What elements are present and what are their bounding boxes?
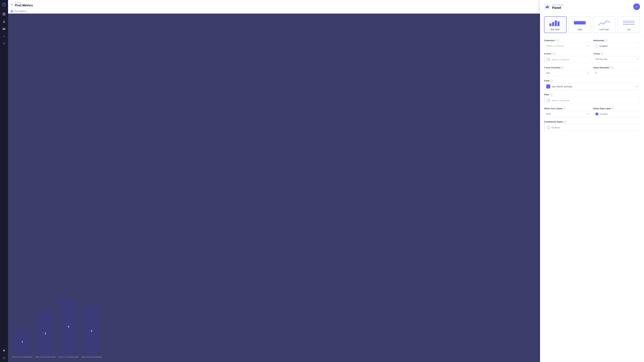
horizontal-checkbox-box[interactable] [596,44,598,47]
value-decimals-input[interactable]: 2 [593,70,640,76]
table-icon [11,10,13,12]
confirm-button[interactable]: ✓ [633,3,640,10]
show-axis-labels-info-icon[interactable]: i [563,107,566,110]
x-axis-input[interactable]: i Select a Collection [544,56,591,63]
list-type-icon [622,18,636,27]
y-axis-label: Y-Axis i [593,52,640,55]
form-row-function-decimals: Y-Axis Function i Max ▾ Value Decimals *… [544,66,640,76]
form-row-collection-horizontal: Collection * i Select a Collection ▾ Hor… [544,39,640,49]
svg-rect-0 [3,13,4,14]
show-data-label-checkbox[interactable]: ✓ Enabled [593,111,640,117]
chart-label-2: 2024-11-07T12:00:00.000Z [35,356,56,358]
panel-type-label[interactable]: Label [568,16,591,33]
panel-type-list[interactable]: List [618,16,640,33]
filter-info-icon[interactable]: i [550,93,552,96]
sidebar-icon-settings[interactable] [2,41,6,45]
app-logo[interactable] [1,2,7,7]
svg-rect-14 [548,6,549,8]
collection-label: Collection * i [544,39,591,42]
chart-label-3: 2024-11-13T12:00:00.000Z [58,356,79,358]
conditional-styles-label: Conditional Styles i [544,120,640,123]
svg-rect-7 [11,10,13,12]
chevron-down-icon: ▾ [588,45,588,47]
panel-type-line-chart[interactable]: Line Chart [593,16,616,33]
horizontal-info-icon[interactable]: i [605,39,607,42]
filter-input[interactable]: i Select a Collection [544,97,640,104]
svg-rect-18 [558,21,560,26]
field-horizontal: Horizontal i Enabled [593,39,640,49]
form-row-axes: X-Axis * i i Select a Collection Y-Axis … [544,52,640,63]
chart-bar-group-4: 3 2024-11-20T12:00:00.000Z [81,307,102,358]
field-color: Color i var(--theme--primary) ✕ [544,79,640,90]
no-items-info-circle: i [547,126,550,129]
grid-icon: ⊞ [11,3,13,6]
svg-rect-15 [550,23,552,26]
panel-type-bar-chart[interactable]: Bar Chart [544,16,566,33]
sidebar-icon-gear[interactable] [2,356,6,360]
panel-type-selector: Bar Chart Label Line Ch [540,13,644,36]
svg-rect-19 [574,21,586,24]
field-y-axis-function: Y-Axis Function i Max ▾ [544,66,591,76]
panel-header: Panel Options Panel ✓ [540,0,644,13]
value-decimals-label: Value Decimals * i [593,66,640,69]
color-input[interactable]: var(--theme--primary) ✕ [544,83,640,90]
field-filter: Filter i i Select a Collection [544,93,640,104]
panel-header-info: Panel Options Panel [552,4,564,10]
sidebar-icon-folder[interactable] [2,27,6,31]
y-axis-function-label: Y-Axis Function i [544,66,591,69]
bar-chart-icon [546,5,549,8]
svg-point-6 [4,358,4,358]
chart-bar-group-2: 2 2024-11-07T12:00:00.000Z [35,312,56,358]
filter-info-circle: i [547,99,550,102]
color-info-icon[interactable]: i [550,80,553,82]
chart-bar-group-1: 1 2024-11-01T12:00:00.000Z [12,328,32,358]
bar-chart-label: Bar Chart [551,28,560,31]
value-decimals-info-icon[interactable]: i [612,66,614,69]
subnav-item[interactable]: Post Metrics [14,10,26,12]
sidebar [0,0,8,362]
sidebar-icon-layout[interactable] [2,12,6,16]
x-axis-info-icon[interactable]: i [553,53,556,55]
collection-info-icon[interactable]: i [557,39,559,42]
field-collection: Collection * i Select a Collection ▾ [544,39,591,49]
y-axis-info-icon[interactable]: i [601,53,603,55]
panel-form: Collection * i Select a Collection ▾ Hor… [540,36,644,134]
show-axis-labels-select[interactable]: Both ▾ [544,111,591,117]
page-title-text: Post Metrics [15,4,33,7]
panel-title: Panel [552,6,564,10]
list-label: List [627,28,630,31]
horizontal-checkbox[interactable]: Enabled [593,43,640,49]
field-y-axis: Y-Axis i Primary Key ▾ [593,52,640,63]
svg-rect-2 [3,14,4,15]
y-axis-function-select[interactable]: Max ▾ [544,70,591,76]
conditional-styles-info-icon[interactable]: i [564,121,566,123]
field-x-axis: X-Axis * i i Select a Collection [544,52,591,63]
field-show-axis-labels: Show Axis Labels i Both ▾ [544,107,591,117]
panel-header-icon [544,4,550,10]
chart-bar-2: 2 [38,312,53,355]
chart-bar-1: 1 [15,328,30,355]
function-chevron-icon: ▾ [588,72,588,74]
show-data-label-info-icon[interactable]: i [612,107,614,110]
chart-bar-3: 4 [61,298,76,355]
svg-rect-12 [546,6,547,8]
svg-rect-1 [4,13,5,14]
x-axis-info-circle: i [547,58,550,61]
collection-select[interactable]: Select a Collection ▾ [544,43,591,49]
svg-rect-13 [548,5,548,8]
y-axis-function-info-icon[interactable]: i [561,66,564,69]
chart-bar-group-3: 4 2024-11-13T12:00:00.000Z [58,298,79,358]
filter-label: Filter i [544,93,640,96]
horizontal-label: Horizontal i [593,39,640,42]
show-data-label-label: Show Data Label i [593,107,640,110]
sidebar-icon-analytics[interactable] [2,34,6,38]
page-title: Post Metrics [15,4,33,7]
sidebar-icon-users[interactable] [2,19,6,23]
form-row-labels: Show Axis Labels i Both ▾ Show Data Labe… [544,107,640,117]
color-clear-icon[interactable]: ✕ [636,85,638,88]
y-axis-select[interactable]: Primary Key ▾ [593,56,640,62]
x-axis-label: X-Axis * i [544,52,591,55]
sidebar-icon-bell[interactable] [2,349,6,353]
field-value-decimals: Value Decimals * i 2 [593,66,640,76]
show-data-label-checkbox-box[interactable]: ✓ [596,113,598,115]
